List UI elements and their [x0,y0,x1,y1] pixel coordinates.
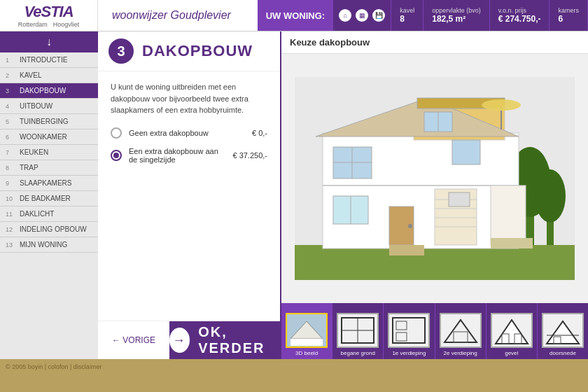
svg-rect-29 [449,192,470,206]
sidebar-item-tuinberging[interactable]: 5 TUINBERGING [0,114,98,130]
view-thumb-begane [337,313,379,348]
sidebar-item-label: MIJN WONING [20,241,67,248]
sidebar-item-label: WOONKAMER [20,133,67,141]
sidebar-item-keuken[interactable]: 7 KEUKEN [0,145,98,160]
svg-rect-39 [389,314,428,346]
logo-sub2: Hoogvliet [53,21,80,28]
uw-woning-icons: ⌂ ▦ 💾 [333,0,391,31]
option-1-radio[interactable] [111,127,122,139]
view-thumb-gevel [491,313,533,348]
logo-sub: Rotterdam Hoogvliet [18,21,80,28]
view-tab-1e-label: 1e verdieping [392,350,426,356]
nav-num: 9 [6,180,15,187]
nav-num: 3 [6,88,15,94]
nav-num: 4 [6,103,15,110]
sidebar-item-uitbouw[interactable]: 4 UITBOUW [0,99,98,114]
step-circle: 3 [108,38,134,64]
nav-num: 1 [6,57,15,64]
nav-num: 8 [6,164,15,172]
header: VeSTIA Rotterdam Hoogvliet woonwijzer Go… [0,0,588,31]
content-area: 3 DAKOPBOUW U kunt de woning uitbreiden … [98,31,280,321]
stat-prijs: v.o.n. prijs € 274.750,- [490,0,550,31]
stat-oppervlakte-value: 182,5 m² [432,14,481,24]
sidebar-item-indeling[interactable]: 12 INDELING OPBOUW [0,222,98,237]
sidebar-item-woonkamer[interactable]: 6 WOONKAMER [0,130,98,145]
view-tab-begane-label: begane grond [341,350,375,356]
verder-arrow-icon: → [169,328,190,353]
house-illustration [295,77,575,280]
sidebar-item-daklicht[interactable]: 11 DAKLICHT [0,206,98,222]
option-2-row[interactable]: Een extra dakopbouw aan de singelzijde €… [111,147,267,164]
verder-button[interactable]: → OK, VERDER [169,321,280,359]
svg-point-27 [482,99,521,111]
view-tab-2e-label: 2e verdieping [444,350,477,356]
plan-icon[interactable]: ▦ [356,9,368,22]
sidebar-item-label: INDELING OPBOUW [20,225,87,233]
sidebar-item-label: TUINBERGING [20,118,68,125]
sidebar-item-slaapkamers[interactable]: 9 SLAAPKAMERS [0,176,98,191]
nav-num: 13 [6,241,15,248]
svg-point-5 [535,169,566,223]
view-tab-gevel[interactable]: gevel [486,303,538,359]
view-tab-begane[interactable]: begane grond [332,303,384,359]
logo-text: VeSTIA [24,3,73,21]
verder-label: OK, VERDER [198,324,280,356]
svg-rect-31 [491,238,533,248]
nav-down-button[interactable]: ↓ [0,31,98,52]
sidebar: ↓ 1 INTRODUCTIE 2 KAVEL 3 DAKOPBOUW 4 UI… [0,31,98,359]
right-panel-header: Keuze dakopbouw [281,31,588,54]
option-1-label: Geen extra dakopbouw [129,129,218,137]
step-title: DAKOPBOUW [142,42,253,60]
sidebar-item-trap[interactable]: 8 TRAP [0,160,98,176]
sidebar-item-label: DAKOPBOUW [20,87,66,94]
stat-kavel: kavel 8 [391,0,424,31]
footer: © 2005 boyin | colofon | disclaimer [0,359,588,374]
view-tab-2e[interactable]: 2e verdieping [435,303,486,359]
sidebar-item-badkamer[interactable]: 10 DE BADKAMER [0,191,98,206]
view-tab-doorsnede[interactable]: doorsnede [538,303,588,359]
content-body: U kunt de woning uitbreiden met een dako… [98,71,280,321]
view-tab-doorsnede-label: doorsnede [550,350,576,356]
view-thumb-2e [440,313,482,348]
view-tab-1e[interactable]: 1e verdieping [384,303,435,359]
view-tab-3d[interactable]: 3D beeld [281,303,332,359]
view-tab-gevel-label: gevel [505,350,518,356]
nav-num: 7 [6,149,15,156]
view-thumb-3d [286,313,328,348]
sidebar-item-label: TRAP [20,164,38,172]
vorige-button[interactable]: ← VORIGE [98,335,169,345]
view-thumb-doorsnede [542,313,584,348]
stat-prijs-value: € 274.750,- [498,14,541,24]
sidebar-item-introductie[interactable]: 1 INTRODUCTIE [0,52,98,68]
svg-rect-28 [452,140,480,164]
nav-num: 6 [6,134,15,141]
uw-woning-bar: UW WONING: ⌂ ▦ 💾 kavel 8 oppervlakte (bv… [258,0,588,31]
stat-oppervlakte-label: oppervlakte (bvo) [432,7,481,14]
sidebar-item-kavel[interactable]: 2 KAVEL [0,68,98,83]
option-2-radio[interactable] [111,150,122,161]
right-panel: Keuze dakopbouw [280,31,588,359]
house-image-area [281,54,588,303]
save-icon[interactable]: 💾 [372,9,385,22]
svg-rect-34 [290,339,323,346]
app-title: woonwijzer Goudplevier [98,9,258,22]
stat-kamers-label: kamers [558,7,579,14]
stat-kamers-value: 6 [558,14,579,24]
option-1-row[interactable]: Geen extra dakopbouw € 0,- [111,127,267,139]
svg-rect-1 [295,245,575,280]
view-tabs: 3D beeld begane grond 1e verdieping 2e v… [281,303,588,359]
nav-num: 5 [6,118,15,125]
sidebar-item-label: UITBOUW [20,102,52,110]
stat-kavel-value: 8 [400,14,414,24]
option-2-label: Een extra dakopbouw aan de singelzijde [129,147,218,164]
sidebar-item-label: KAVEL [20,71,42,79]
svg-point-19 [408,224,412,228]
logo-sub1: Rotterdam [18,21,48,28]
sidebar-item-mijn-woning[interactable]: 13 MIJN WONING [0,237,98,253]
sidebar-item-dakopbouw[interactable]: 3 DAKOPBOUW [0,83,98,99]
nav-num: 2 [6,72,15,79]
logo-area: VeSTIA Rotterdam Hoogvliet [0,0,98,31]
home-icon[interactable]: ⌂ [339,9,351,22]
uw-woning-title: UW WONING: [258,0,333,31]
svg-rect-30 [389,245,424,255]
